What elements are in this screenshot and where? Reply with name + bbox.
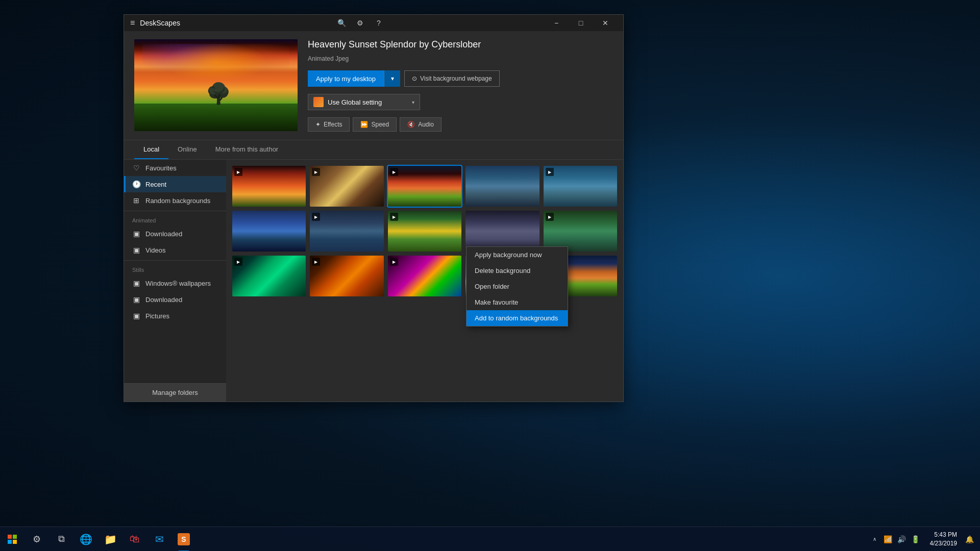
wallpaper-title: Heavenly Sunset Splendor by Cyberslober [308,39,613,50]
main-content: ♡ Favourites 🕐 Recent ⊞ Random backgroun… [124,160,623,402]
sidebar-item-downloaded-stills[interactable]: ▣ Downloaded [124,291,226,308]
battery-icon[interactable]: 🔋 [909,533,922,545]
help-icon-btn[interactable]: ? [370,15,388,31]
video-badge-5: ▶ [546,168,554,176]
wallpaper-type: Animated Jpeg [308,55,613,62]
apply-button-group: Apply to my desktop ▾ [308,70,400,87]
app-window: ≡ DeskScapes 🔍 ⚙ ? − □ ✕ Heavenly Sun [124,14,624,402]
search-icon-btn[interactable]: 🔍 [333,15,351,31]
video-badge-13: ▶ [390,258,398,266]
context-menu-add-to-random[interactable]: Add to random backgrounds [467,310,568,326]
taskbar-store-icon[interactable]: 🛍 [122,527,147,552]
apply-to-desktop-button[interactable]: Apply to my desktop [308,70,384,87]
effects-row: ✦ Effects ⏩ Speed 🔇 Audio [308,117,613,132]
clock-icon: 🕐 [132,180,140,188]
audio-button[interactable]: 🔇 Audio [400,117,442,132]
app-title: DeskScapes [140,19,180,27]
context-menu-open-folder[interactable]: Open folder [467,279,568,294]
sidebar-item-recent[interactable]: 🕐 Recent [124,176,226,192]
video-badge-7: ▶ [312,213,320,221]
gallery-item-7[interactable]: ▶ [310,211,383,252]
close-button[interactable]: ✕ [594,15,617,31]
sidebar-label-random: Random backgrounds [145,197,210,205]
taskbar-clock[interactable]: 5:43 PM 4/23/2019 [926,531,961,548]
sidebar-label-videos: Videos [145,246,166,254]
downloaded-animated-icon: ▣ [132,230,140,238]
tab-local[interactable]: Local [134,140,168,159]
sidebar-item-random-backgrounds[interactable]: ⊞ Random backgrounds [124,192,226,209]
sidebar-label-downloaded-stills: Downloaded [145,296,182,304]
windows-wallpapers-icon: ▣ [132,279,140,287]
visit-webpage-button[interactable]: ⊙ Visit background webpage [404,70,500,87]
video-badge-8: ▶ [390,213,398,221]
apply-dropdown-button[interactable]: ▾ [384,70,400,87]
sidebar-item-favourites[interactable]: ♡ Favourites [124,160,226,176]
gallery-item-11[interactable]: ▶ [232,256,306,296]
sidebar-section-animated: Animated [124,213,226,226]
sidebar-label-windows-wallpapers: Windows® wallpapers [145,280,211,287]
taskbar: ⚙ ⧉ 🌐 📁 🛍 ✉ S ∧ 📶 🔊 🔋 5:43 PM 4/23/201 [0,527,980,551]
context-menu-apply-now[interactable]: Apply background now [467,247,568,263]
taskbar-explorer-icon[interactable]: 📁 [98,527,122,552]
taskbar-task-view-icon[interactable]: ⧉ [49,527,74,552]
maximize-button[interactable]: □ [569,15,593,31]
wallpaper-info: Heavenly Sunset Splendor by Cyberslober … [308,39,613,132]
sidebar-item-downloaded-animated[interactable]: ▣ Downloaded [124,226,226,242]
speed-button[interactable]: ⏩ Speed [353,117,397,132]
video-badge-3: ▶ [390,168,398,176]
gallery-item-8[interactable]: ▶ [388,211,461,252]
context-menu-delete[interactable]: Delete background [467,263,568,279]
sidebar-item-videos[interactable]: ▣ Videos [124,242,226,258]
global-select-icon [313,97,324,107]
taskbar-app-icon[interactable]: S [172,527,196,552]
app-content: Heavenly Sunset Splendor by Cyberslober … [124,31,623,402]
settings-icon-btn[interactable]: ⚙ [351,15,370,31]
taskbar-chevron[interactable]: ∧ [872,534,877,544]
video-badge-1: ▶ [234,168,242,176]
gallery-item-6[interactable] [232,211,306,252]
menu-icon[interactable]: ≡ [130,18,135,28]
tab-more-from-author[interactable]: More from this author [206,140,288,159]
tab-online[interactable]: Online [168,140,206,159]
volume-icon[interactable]: 🔊 [895,533,908,545]
svg-rect-3 [13,540,17,544]
gallery-item-2[interactable]: ▶ [310,166,383,207]
minimize-button[interactable]: − [545,15,568,31]
tabs-section: Local Online More from this author [124,140,623,160]
taskbar-ie-icon[interactable]: 🌐 [74,527,98,552]
global-setting-select[interactable]: Use Global setting ▾ [308,94,420,110]
preview-sunset-bg [134,39,298,131]
sidebar: ♡ Favourites 🕐 Recent ⊞ Random backgroun… [124,160,226,402]
notifications-icon[interactable]: 🔔 [963,533,976,545]
taskbar-start-button[interactable] [0,527,24,552]
taskbar-mail-icon[interactable]: ✉ [147,527,172,552]
preview-image [134,39,298,131]
global-setting-row: Use Global setting ▾ [308,94,613,110]
context-menu-make-favourite[interactable]: Make favourite [467,294,568,310]
sidebar-item-windows-wallpapers[interactable]: ▣ Windows® wallpapers [124,275,226,291]
taskbar-search-icon[interactable]: ⚙ [24,527,49,552]
audio-icon: 🔇 [407,121,415,128]
manage-folders-button[interactable]: Manage folders [124,383,226,402]
video-badge-11: ▶ [234,258,242,266]
apply-row: Apply to my desktop ▾ ⊙ Visit background… [308,70,613,87]
video-badge-2: ▶ [312,168,320,176]
network-icon[interactable]: 📶 [881,533,894,545]
title-bar-icon-group: 🔍 ⚙ ? [333,15,388,31]
gallery-item-9[interactable] [465,211,539,252]
header-section: Heavenly Sunset Splendor by Cyberslober … [124,31,623,140]
sidebar-item-pictures[interactable]: ▣ Pictures [124,308,226,324]
gallery-item-1[interactable]: ▶ [232,166,306,207]
gallery-item-13[interactable]: ▶ [388,256,461,296]
gallery-item-10[interactable]: ▶ [544,211,617,252]
effects-button[interactable]: ✦ Effects [308,117,350,132]
taskbar-right: ∧ 📶 🔊 🔋 5:43 PM 4/23/2019 🔔 [872,527,980,551]
gallery-item-5[interactable]: ▶ [544,166,617,207]
svg-rect-0 [8,535,12,539]
gallery-item-3[interactable]: ▶ [388,166,461,207]
gallery-item-4[interactable] [465,166,539,207]
title-bar: ≡ DeskScapes 🔍 ⚙ ? − □ ✕ [124,15,623,31]
grid-icon: ⊞ [132,196,140,205]
gallery-item-12[interactable]: ▶ [310,256,383,296]
svg-rect-1 [13,535,17,539]
